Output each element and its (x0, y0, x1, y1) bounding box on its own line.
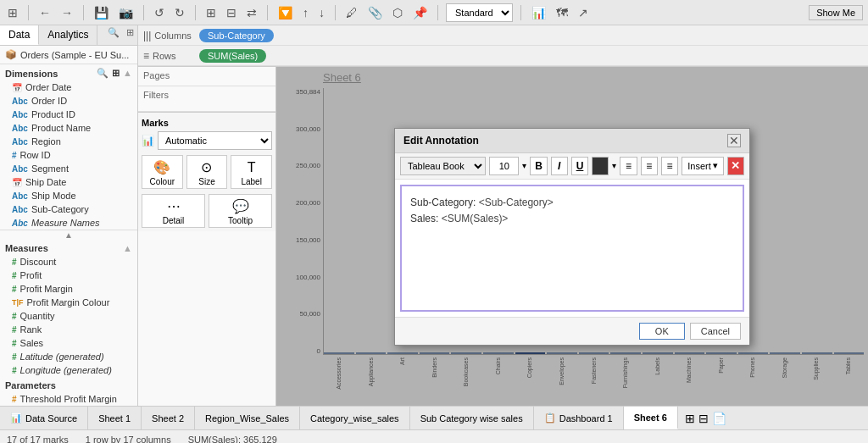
back-icon[interactable]: ← (36, 4, 53, 21)
sort-desc-icon[interactable]: ↓ (316, 4, 327, 21)
capture-icon[interactable]: 📷 (116, 4, 136, 21)
align-left-button[interactable]: ≡ (620, 157, 637, 175)
tab-category-wise-sales[interactable]: Category_wise_sales (300, 407, 410, 429)
measure-sales[interactable]: # Sales (0, 336, 137, 350)
dim-order-date[interactable]: 📅 Order Date (0, 80, 137, 94)
dim-ship-mode[interactable]: Abc Ship Mode (0, 189, 137, 202)
tab-sheet1[interactable]: Sheet 1 (88, 407, 142, 429)
insert-button[interactable]: Insert ▾ (682, 157, 724, 175)
collapse-dims-icon[interactable]: ▲ (123, 68, 132, 79)
color-picker-button[interactable] (592, 157, 609, 175)
label-icon: T (248, 160, 256, 175)
chart-area: Sheet 6 350,884 300,000 250,000 200,000 … (276, 67, 868, 406)
separator-8 (520, 5, 521, 20)
tooltip-icon[interactable]: ⬡ (390, 4, 405, 21)
measure-longitude[interactable]: # Longitude (generated) (0, 363, 137, 377)
insert-rows-icon[interactable]: ⊞ (203, 4, 219, 21)
pin-icon[interactable]: 📌 (410, 4, 430, 21)
calendar-icon: 📅 (12, 83, 22, 92)
dim-sub-category[interactable]: Abc Sub-Category (0, 202, 137, 216)
sum-sales: SUM(Sales): 365,129 (188, 435, 277, 444)
dim-segment[interactable]: Abc Segment (0, 162, 137, 175)
tab-sheet2[interactable]: Sheet 2 (142, 407, 195, 429)
marks-bar-icon: 📊 (142, 135, 154, 147)
modal-overlay[interactable]: Edit Annotation ✕ Tableau Book ▾ B I (276, 67, 868, 406)
new-story-icon[interactable]: 📄 (712, 412, 726, 425)
font-size-chevron[interactable]: ▾ (522, 161, 526, 170)
measure-rank[interactable]: # Rank (0, 323, 137, 336)
save-icon[interactable]: 💾 (92, 4, 111, 21)
swap-icon[interactable]: ⇄ (244, 4, 259, 21)
measure-discount[interactable]: # Discount (0, 255, 137, 269)
rows-pill[interactable]: SUM(Sales) (199, 49, 266, 63)
dim-product-name[interactable]: Abc Product Name (0, 121, 137, 135)
insert-cols-icon[interactable]: ⊟ (224, 4, 239, 21)
bold-button[interactable]: B (530, 157, 547, 175)
cancel-button[interactable]: Cancel (690, 323, 741, 340)
pages-section: Pages (138, 67, 275, 86)
hash-measure-icon-7: # (12, 352, 17, 362)
color-chevron[interactable]: ▾ (612, 161, 616, 170)
dim-measure-names[interactable]: Abc Measure Names (0, 216, 137, 230)
measure-profit-margin-colour[interactable]: T|F Profit Margin Colour (0, 296, 137, 309)
marks-type-dropdown[interactable]: Automatic (158, 131, 272, 150)
font-size-input[interactable] (489, 157, 519, 175)
modal-content-area[interactable]: Sub-Category: <Sub-Category> Sales: <SUM… (400, 185, 744, 312)
italic-button[interactable]: I (551, 157, 568, 175)
font-select[interactable]: Tableau Book (400, 157, 486, 175)
search-dims-icon[interactable]: 🔍 (97, 68, 108, 79)
collapse-measures-icon[interactable]: ▲ (123, 243, 132, 253)
marks-colour-button[interactable]: 🎨 Colour (142, 155, 183, 189)
new-sheet-icon[interactable]: ⊞ (685, 412, 695, 425)
columns-pill[interactable]: Sub-Category (199, 29, 274, 42)
dashboard-icon: 📋 (544, 413, 556, 424)
tab-sub-category-wise-sales[interactable]: Sub Category wise sales (410, 407, 534, 429)
tab-analytics[interactable]: Analytics (39, 25, 97, 45)
bar-chart-icon[interactable]: 📊 (529, 4, 548, 21)
ok-button[interactable]: OK (639, 323, 685, 340)
search-icon[interactable]: 🔍 (104, 25, 123, 45)
separator-3 (143, 5, 144, 20)
undo-icon[interactable]: ↺ (152, 4, 167, 21)
home-icon[interactable]: ⊞ (5, 4, 20, 21)
tab-data[interactable]: Data (0, 25, 39, 45)
expand-icon[interactable]: ⊞ (123, 25, 137, 45)
annotate-icon[interactable]: 📎 (365, 4, 385, 21)
marks-tooltip-button[interactable]: 💬 Tooltip (209, 194, 272, 228)
align-right-button[interactable]: ≡ (661, 157, 678, 175)
measure-quantity[interactable]: # Quantity (0, 309, 137, 323)
redo-icon[interactable]: ↻ (172, 4, 187, 21)
param-threshold[interactable]: # Threshold Profit Margin (0, 392, 137, 406)
filter-icon[interactable]: 🔽 (275, 4, 295, 21)
tab-region-wise-sales[interactable]: Region_Wise_Sales (195, 407, 300, 429)
map-icon[interactable]: 🗺 (554, 4, 570, 21)
scroll-up-indicator[interactable]: ▲ (0, 230, 137, 240)
modal-close-button[interactable]: ✕ (727, 134, 741, 147)
forward-icon[interactable]: → (58, 4, 75, 21)
dim-ship-date[interactable]: 📅 Ship Date (0, 175, 137, 189)
marks-label-button[interactable]: T Label (231, 155, 272, 189)
new-dashboard-icon[interactable]: ⊟ (698, 412, 709, 425)
remove-formatting-button[interactable]: ✕ (727, 157, 744, 175)
dim-order-id[interactable]: Abc Order ID (0, 94, 137, 108)
dim-region[interactable]: Abc Region (0, 135, 137, 148)
underline-button[interactable]: U (571, 157, 588, 175)
tab-dashboard1[interactable]: 📋 Dashboard 1 (534, 407, 624, 429)
tab-data-source[interactable]: 📊 Data Source (0, 407, 88, 429)
highlight-icon[interactable]: 🖊 (343, 4, 360, 21)
marks-size-button[interactable]: ⊙ Size (186, 155, 228, 189)
marks-detail-button[interactable]: ⋯ Detail (142, 194, 205, 228)
align-center-button[interactable]: ≡ (641, 157, 658, 175)
chart-type-dropdown[interactable]: Standard (446, 3, 513, 22)
dim-product-id[interactable]: Abc Product ID (0, 108, 137, 121)
measure-profit[interactable]: # Profit (0, 269, 137, 282)
share-icon[interactable]: ↗ (576, 4, 591, 21)
measure-profit-margin[interactable]: # Profit Margin (0, 282, 137, 296)
dim-row-id[interactable]: # Row ID (0, 148, 137, 162)
separator-5 (267, 5, 268, 20)
tab-sheet6[interactable]: Sheet 6 (624, 407, 678, 429)
add-dim-icon[interactable]: ⊞ (112, 68, 120, 79)
measure-latitude[interactable]: # Latitude (generated) (0, 350, 137, 363)
sort-asc-icon[interactable]: ↑ (300, 4, 311, 21)
show-me-button[interactable]: Show Me (809, 5, 863, 20)
